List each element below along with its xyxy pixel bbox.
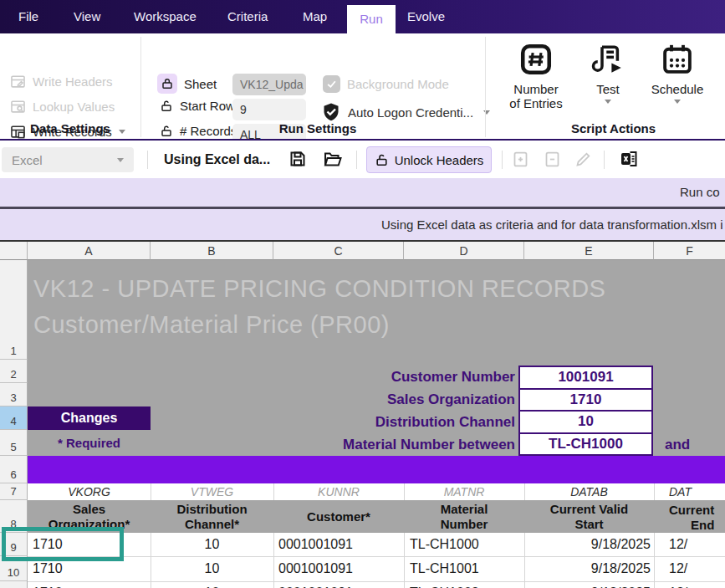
cell-f11[interactable]: 12/ xyxy=(669,581,725,588)
schedule-button[interactable]: Schedule xyxy=(644,42,711,104)
number-of-entries-label: Numberof Entries xyxy=(509,82,562,110)
excel-workbook-icon[interactable] xyxy=(619,149,640,169)
row-header-1[interactable]: 1 xyxy=(0,260,28,360)
header-material-number[interactable]: MaterialNumber xyxy=(404,500,524,533)
menu-bar: File View Workspace Criteria Map Run Evo… xyxy=(0,0,725,33)
save-icon[interactable] xyxy=(288,149,308,169)
number-of-entries-button[interactable]: Numberof Entries xyxy=(500,42,572,110)
column-header-a[interactable]: A xyxy=(28,242,151,260)
auto-logon-label: Auto Logon Credenti... xyxy=(348,105,473,120)
cell-b10[interactable]: 10 xyxy=(151,556,273,581)
field-code-datab[interactable]: DATAB xyxy=(524,483,654,500)
run-status-text: Run co xyxy=(680,178,720,207)
lock-closed-icon[interactable] xyxy=(157,74,177,94)
column-header-b[interactable]: B xyxy=(151,242,273,260)
group-title-run-settings: Run Settings xyxy=(151,121,485,135)
cell-c10[interactable]: 0001001091 xyxy=(278,556,402,581)
row-header-6[interactable]: 6 xyxy=(0,456,28,483)
app-window: File View Workspace Criteria Map Run Evo… xyxy=(0,0,725,588)
select-all-corner[interactable] xyxy=(0,242,28,260)
lock-open-icon[interactable] xyxy=(160,100,173,113)
cell-c9[interactable]: 0001001091 xyxy=(278,533,402,556)
ribbon-separator xyxy=(140,37,141,137)
row-header-4[interactable]: 4 xyxy=(0,406,28,430)
cell-b9[interactable]: 10 xyxy=(151,533,273,556)
unlock-headers-button[interactable]: Unlock Headers xyxy=(366,146,492,173)
lock-open-icon xyxy=(375,153,389,167)
row-header-5[interactable]: 5 xyxy=(0,430,28,456)
sales-organization-cell[interactable]: 1710 xyxy=(520,390,651,412)
distribution-channel-cell[interactable]: 10 xyxy=(520,412,651,434)
cell-e11[interactable]: 9/18/2025 xyxy=(524,581,651,588)
tab-run-active[interactable]: Run xyxy=(347,5,396,33)
cell-f9[interactable]: 12/ xyxy=(669,533,725,556)
data-source-value: Excel xyxy=(12,153,43,167)
sheet-title-line2: Customer/Material Price (PR00) xyxy=(33,307,719,343)
column-header-c[interactable]: C xyxy=(273,242,404,260)
toolbar-separator xyxy=(356,151,357,169)
start-row-label: Start Row xyxy=(180,99,235,113)
cell-e9[interactable]: 9/18/2025 xyxy=(524,533,651,556)
test-button[interactable]: Test xyxy=(581,42,635,104)
row-header-2[interactable]: 2 xyxy=(0,360,28,383)
chevron-down-icon xyxy=(674,100,681,104)
cell-d10[interactable]: TL-CH1001 xyxy=(410,556,523,581)
field-code-matnr[interactable]: MATNR xyxy=(404,483,524,500)
group-title-data-settings: Data Settings xyxy=(0,121,140,135)
tab-evolve[interactable]: Evolve xyxy=(407,0,445,33)
toolbar-separator xyxy=(604,151,605,169)
cell-d11[interactable]: TL-CH1002 xyxy=(410,581,523,588)
customer-number-cell[interactable]: 1001091 xyxy=(520,367,651,390)
toolbar: Excel Using Excel da... Unlock Headers xyxy=(0,141,725,178)
sheet-field-row: Sheet xyxy=(157,74,217,94)
cell-d9[interactable]: TL-CH1000 xyxy=(410,533,523,556)
form-label-material-number: Material Number between xyxy=(217,433,515,456)
run-status-bar: Run co xyxy=(0,178,725,207)
lookup-values-label: Lookup Values xyxy=(33,100,115,114)
table-edit-icon xyxy=(10,74,26,89)
row-header-7[interactable]: 7 xyxy=(0,483,28,500)
field-code-kunnr[interactable]: KUNNR xyxy=(273,483,404,500)
chevron-down-icon xyxy=(117,158,124,162)
start-row-input[interactable]: 9 xyxy=(232,99,306,120)
column-header-d[interactable]: D xyxy=(404,242,524,260)
column-header-f[interactable]: F xyxy=(654,242,725,260)
shield-check-icon xyxy=(321,102,341,122)
tab-workspace[interactable]: Workspace xyxy=(134,0,197,33)
field-code-vkorg[interactable]: VKORG xyxy=(28,483,151,500)
tab-view[interactable]: View xyxy=(74,0,100,33)
row-header-11[interactable]: 11 xyxy=(0,581,28,588)
header-current-valid-end[interactable]: Current xyxy=(669,503,714,517)
auto-logon-toggle[interactable]: Auto Logon Credenti... xyxy=(321,102,490,122)
cell-c11[interactable]: 0001001091 xyxy=(278,581,402,588)
cell-a11[interactable]: 1710 xyxy=(33,581,150,588)
unlock-headers-label: Unlock Headers xyxy=(395,153,484,167)
column-header-e[interactable]: E xyxy=(524,242,654,260)
ribbon: Write Headers Lookup Values Write Record… xyxy=(0,33,725,139)
header-distribution-channel[interactable]: DistributionChannel* xyxy=(151,500,273,533)
field-code-datbi[interactable]: DAT xyxy=(669,483,719,500)
purple-divider-row xyxy=(28,456,725,483)
header-current-valid-start[interactable]: Current ValidStart xyxy=(524,500,654,533)
cell-f10[interactable]: 12/ xyxy=(669,556,725,581)
edit-pencil-icon xyxy=(574,151,592,168)
header-customer[interactable]: Customer* xyxy=(273,500,404,533)
row-header-3[interactable]: 3 xyxy=(0,383,28,406)
data-source-select[interactable]: Excel xyxy=(2,147,134,172)
tab-criteria[interactable]: Criteria xyxy=(227,0,268,33)
group-title-script-actions: Script Actions xyxy=(502,121,725,135)
tab-map[interactable]: Map xyxy=(303,0,327,33)
sheet-input[interactable]: VK12_Upda xyxy=(232,74,306,95)
material-number-cell[interactable]: TL-CH1000 xyxy=(520,434,651,455)
sheet-title-line1: VK12 - UPDATE PRICING CONDITION RECORDS xyxy=(33,271,719,307)
test-label: Test xyxy=(596,82,620,96)
cell-b11[interactable]: 10 xyxy=(151,581,273,588)
field-code-vtweg[interactable]: VTWEG xyxy=(151,483,273,500)
test-script-icon xyxy=(590,42,625,77)
form-label-sales-organization: Sales Organization xyxy=(217,388,515,411)
start-row-field-row: Start Row xyxy=(160,99,235,113)
tab-file[interactable]: File xyxy=(18,0,38,33)
cell-e10[interactable]: 9/18/2025 xyxy=(524,556,651,581)
open-folder-icon[interactable] xyxy=(322,149,343,169)
toolbar-separator xyxy=(502,151,503,169)
